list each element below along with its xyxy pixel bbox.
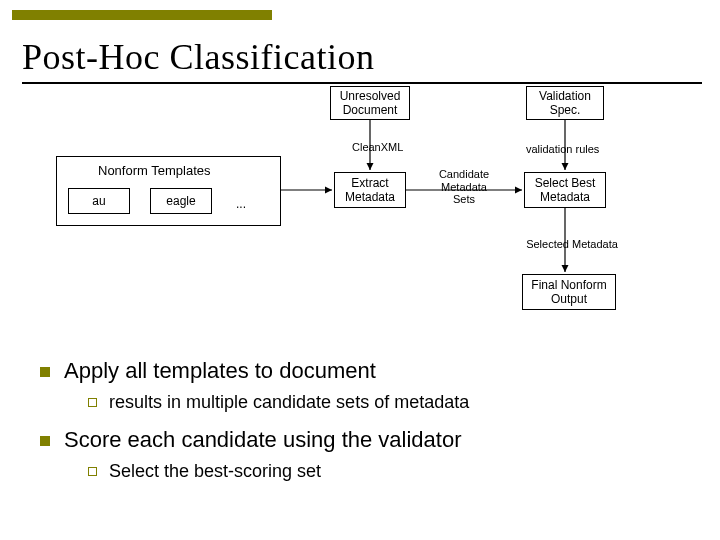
bullet-hollow-square-icon <box>88 398 97 407</box>
page-title: Post-Hoc Classification <box>22 36 374 78</box>
bullet-1-text: Apply all templates to document <box>64 358 376 384</box>
title-underline <box>22 82 702 84</box>
bullet-square-icon <box>40 436 50 446</box>
bullet-2: Score each candidate using the validator <box>40 427 680 453</box>
bullet-square-icon <box>40 367 50 377</box>
selected-metadata-label: Selected Metadata <box>522 238 622 251</box>
candidate-sets-label: Candidate Metadata Sets <box>432 168 496 206</box>
cleanxml-label: CleanXML <box>352 141 403 154</box>
bullet-1a-text: results in multiple candidate sets of me… <box>109 392 469 413</box>
bullet-2a-text: Select the best-scoring set <box>109 461 321 482</box>
final-output-box: Final Nonform Output <box>522 274 616 310</box>
bullet-2a: Select the best-scoring set <box>88 461 680 482</box>
bullet-2-text: Score each candidate using the validator <box>64 427 461 453</box>
extract-metadata-box: Extract Metadata <box>334 172 406 208</box>
bullet-1: Apply all templates to document <box>40 358 680 384</box>
nonform-templates-label: Nonform Templates <box>98 164 210 179</box>
accent-bar <box>12 10 272 20</box>
select-best-box: Select Best Metadata <box>524 172 606 208</box>
validation-rules-label: validation rules <box>526 143 599 156</box>
validation-spec-box: Validation Spec. <box>526 86 604 120</box>
bullet-hollow-square-icon <box>88 467 97 476</box>
template-eagle-box: eagle <box>150 188 212 214</box>
flow-diagram: Nonform Templates au eagle ... Unresolve… <box>56 86 676 326</box>
bullet-1a: results in multiple candidate sets of me… <box>88 392 680 413</box>
bullet-list: Apply all templates to document results … <box>40 358 680 496</box>
template-ellipsis: ... <box>236 198 246 212</box>
template-au-box: au <box>68 188 130 214</box>
unresolved-document-box: Unresolved Document <box>330 86 410 120</box>
